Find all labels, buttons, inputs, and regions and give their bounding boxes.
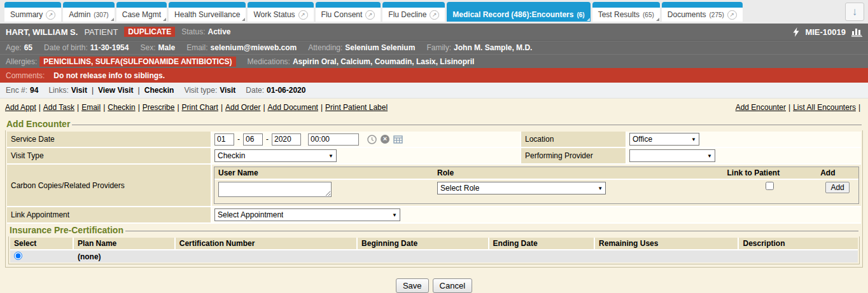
tab-test-results[interactable]: Test Results (65) (592, 2, 660, 22)
chevron-down-icon: ▼ (691, 137, 696, 142)
separator: | (39, 103, 41, 112)
chevron-down-icon: ▼ (328, 153, 333, 159)
duplicate-badge[interactable]: DUPLICATE (124, 27, 175, 37)
form-footer: Save Cancel (5, 278, 863, 293)
service-time-input[interactable] (308, 133, 359, 146)
performing-provider-value-cell: ▼ (627, 148, 861, 163)
add-document-link[interactable]: Add Document (268, 103, 318, 112)
tab-label: Admin (69, 10, 90, 19)
calendar-icon[interactable] (393, 135, 403, 144)
print-chart-link[interactable]: Print Chart (182, 103, 218, 112)
link-to-patient-header: Link to Patient (723, 167, 816, 179)
action-links-right: Add Encounter|List All Encounters| (736, 103, 863, 112)
tab-label: Documents (668, 10, 706, 19)
checkin-link[interactable]: Checkin (144, 86, 174, 95)
insurance-table-header: Select Plan Name Certification Number Be… (10, 238, 858, 250)
service-date-day-input[interactable] (243, 133, 263, 146)
separator: | (138, 86, 140, 95)
ending-date-header: Ending Date (489, 238, 596, 250)
tab-count: (65) (643, 11, 654, 18)
attending-value: Selenium Selenium (345, 43, 415, 52)
action-links-row: Add Appt|Add Task|Email|Checkin|Prescrib… (5, 103, 863, 112)
checkin-action-link[interactable]: Checkin (108, 103, 135, 112)
tab-bar: Summary ↗ Admin (307) Case Mgmt Health S… (0, 0, 868, 24)
beginning-date-header: Beginning Date (358, 238, 489, 250)
link-appointment-select-value: Select Appointment (218, 210, 283, 219)
sex-label: Sex: (140, 43, 155, 52)
tab-label: Work Status (253, 10, 295, 19)
add-order-link[interactable]: Add Order (225, 103, 260, 112)
patient-name: HART, WILLIAM S. (6, 27, 78, 37)
legend-line (125, 231, 858, 231)
service-date-month-input[interactable] (214, 133, 234, 146)
print-patient-label-link[interactable]: Print Patient Label (325, 103, 388, 112)
tab-documents[interactable]: Documents (275) ↗ (662, 2, 743, 22)
add-encounter-link[interactable]: Add Encounter (736, 103, 786, 112)
tab-medical-record-encounters[interactable]: Medical Record (486):Encounters (6) (447, 2, 590, 22)
popout-icon: ↗ (46, 10, 55, 20)
carbon-copies-label: Carbon Copies/Related Providers (7, 165, 212, 206)
add-provider-button[interactable]: Add (825, 182, 849, 193)
fold-icon (656, 18, 659, 21)
location-select-value: Office (633, 135, 652, 144)
tab-flu-decline[interactable]: Flu Decline ↗ (382, 2, 445, 22)
tab-case-mgmt[interactable]: Case Mgmt (116, 2, 167, 22)
email-link[interactable]: Email (81, 103, 101, 112)
clear-date-icon[interactable]: × (381, 135, 389, 144)
separator: | (788, 103, 790, 112)
carbon-table-input-row: Select Role ▼ Add (214, 180, 858, 203)
service-date-year-input[interactable] (272, 133, 301, 146)
view-visit-link[interactable]: View Visit (98, 86, 134, 95)
download-arrow-icon: ↓ (852, 6, 858, 18)
insurance-precert-fieldset: Insurance Pre-Certification Select Plan … (8, 225, 860, 264)
fold-icon (587, 18, 590, 21)
save-button[interactable]: Save (396, 278, 429, 293)
link-appointment-select[interactable]: Select Appointment ▼ (214, 208, 400, 221)
status-value: Active (208, 27, 231, 36)
performing-provider-label: Performing Provider (520, 148, 627, 163)
fold-icon (111, 18, 114, 21)
carbon-copies-table: User Name Role Link to Patient Add Selec… (214, 167, 859, 204)
visit-link[interactable]: Visit (71, 86, 87, 95)
location-select[interactable]: Office ▼ (629, 133, 699, 146)
separator: | (138, 103, 140, 112)
allergies-badge[interactable]: PENICILLINS, SULFA(SULFONAMIDE ANTIBIOTI… (39, 57, 235, 67)
patient-header-bar: HART, WILLIAM S. PATIENT DUPLICATE Statu… (0, 24, 868, 41)
tab-label: Health Surveillance (174, 10, 240, 19)
clock-icon[interactable] (367, 135, 377, 144)
demographics-row: Age:65 Date of birth:11-30-1954 Sex:Male… (0, 41, 868, 54)
fold-icon (163, 18, 166, 21)
tab-health-surveillance[interactable]: Health Surveillance (169, 2, 246, 22)
precert-none-radio[interactable] (14, 252, 22, 260)
add-encounter-legend: Add Encounter (5, 119, 72, 130)
role-select[interactable]: Select Role ▼ (437, 182, 606, 194)
flowsheet-chart-icon[interactable] (851, 27, 862, 37)
tab-admin[interactable]: Admin (307) (63, 2, 114, 22)
separator: | (858, 103, 860, 112)
visit-type-select-value: Checkin (218, 151, 245, 160)
carbon-copies-value-cell: User Name Role Link to Patient Add Selec… (212, 165, 861, 206)
prescribe-link[interactable]: Prescribe (143, 103, 175, 112)
service-date-icons: × (367, 135, 403, 144)
tab-summary[interactable]: Summary ↗ (4, 2, 61, 22)
tab-flu-consent[interactable]: Flu Consent ↗ (316, 2, 381, 22)
cancel-button[interactable]: Cancel (433, 278, 472, 293)
patient-type-label: PATIENT (84, 27, 118, 37)
visit-type-select[interactable]: Checkin ▼ (214, 149, 337, 162)
lightning-icon[interactable] (793, 27, 799, 37)
ending-date-value (489, 256, 596, 257)
separator: | (221, 103, 223, 112)
add-appt-link[interactable]: Add Appt (5, 103, 36, 112)
user-name-input[interactable] (218, 182, 332, 197)
enc-number-label: Enc #: (6, 86, 27, 95)
link-to-patient-checkbox[interactable] (766, 182, 774, 190)
action-links-left: Add Appt|Add Task|Email|Checkin|Prescrib… (5, 103, 388, 112)
age-value: 65 (24, 43, 32, 52)
download-tabs-button[interactable]: ↓ (845, 3, 864, 21)
list-all-encounters-link[interactable]: List All Encounters (793, 103, 856, 112)
separator: | (177, 103, 179, 112)
performing-provider-select[interactable]: ▼ (629, 149, 715, 162)
link-appointment-value-cell: Select Appointment ▼ (212, 207, 861, 222)
add-task-link[interactable]: Add Task (43, 103, 74, 112)
tab-work-status[interactable]: Work Status ↗ (248, 2, 313, 22)
